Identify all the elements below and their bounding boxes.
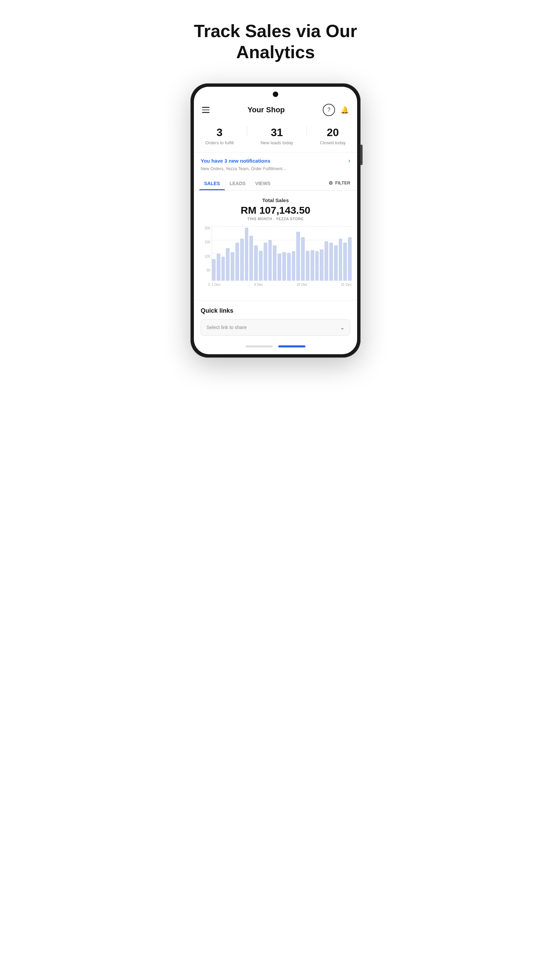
quick-links-section: Quick links Select link to share ⌄ <box>194 300 357 341</box>
header-icons: ? 🔔 <box>323 104 349 116</box>
bottom-nav <box>194 341 357 354</box>
chart-amount: RM 107,143.50 <box>199 205 352 216</box>
leads-number: 31 <box>271 126 283 139</box>
status-bar <box>194 87 357 98</box>
divider-2 <box>306 126 307 137</box>
bar-item <box>301 237 305 281</box>
chart-subtitle: THIS MONTH . YEZZA STORE <box>199 217 352 221</box>
grid-line-200 <box>212 226 352 227</box>
bar-chart <box>211 226 352 281</box>
divider <box>247 126 247 137</box>
bar-item <box>249 236 253 281</box>
y-label-50: 50 <box>199 269 210 272</box>
y-axis: 0 50 100 150 200 <box>199 226 210 286</box>
bar-item <box>278 253 281 281</box>
filter-icon: ⚙ <box>329 180 333 186</box>
help-button[interactable]: ? <box>323 104 335 116</box>
menu-button[interactable] <box>202 107 210 113</box>
y-label-200: 200 <box>199 226 210 230</box>
select-link-dropdown[interactable]: Select link to share ⌄ <box>201 319 350 336</box>
quick-links-title: Quick links <box>201 307 350 314</box>
phone-frame: Your Shop ? 🔔 3 Orders to fulfill 31 New… <box>191 83 360 358</box>
bar-item <box>324 241 328 281</box>
nav-pill-left <box>246 345 273 347</box>
bar-item <box>334 245 338 281</box>
tab-views[interactable]: VIEWS <box>250 177 275 190</box>
orders-number: 3 <box>216 126 222 139</box>
bar-item <box>306 251 310 281</box>
phone-side-button <box>360 145 362 165</box>
tab-sales[interactable]: SALES <box>199 177 225 190</box>
bar-item <box>264 243 267 281</box>
bar-item <box>221 256 225 280</box>
bar-item <box>212 259 216 281</box>
x-axis: 1 Dec 8 Dec 16 Dec 31 Dec <box>211 281 352 286</box>
bar-item <box>240 239 244 281</box>
stat-closed: 20 Closed today <box>320 126 346 145</box>
chart-title: Total Sales <box>199 197 352 203</box>
notification-text: You have 3 new notifications <box>201 158 270 164</box>
bar-item <box>287 253 291 281</box>
closed-label: Closed today <box>320 140 346 145</box>
bar-item <box>320 250 324 281</box>
bar-item <box>245 228 249 281</box>
notification-button[interactable]: 🔔 <box>340 106 349 114</box>
bar-item <box>268 240 272 281</box>
y-label-150: 150 <box>199 240 210 244</box>
bar-chart-wrapper: 0 50 100 150 200 1 Dec <box>199 226 352 297</box>
bar-item <box>273 245 276 281</box>
x-label-31dec: 31 Dec <box>341 283 352 286</box>
filter-label: FILTER <box>335 180 350 185</box>
bar-item <box>259 251 263 281</box>
bar-item <box>343 243 347 281</box>
notification-chevron-icon: › <box>348 157 350 164</box>
bar-item <box>235 243 239 281</box>
bar-item <box>282 252 286 281</box>
bar-item <box>311 250 314 281</box>
bar-item <box>226 248 230 281</box>
closed-number: 20 <box>327 126 339 139</box>
stat-leads: 31 New leads today <box>260 126 293 145</box>
select-placeholder: Select link to share <box>206 325 246 330</box>
tab-leads[interactable]: LEADS <box>225 177 250 190</box>
y-label-0: 0 <box>199 283 210 286</box>
nav-pill-right <box>278 345 305 347</box>
y-label-100: 100 <box>199 255 210 258</box>
bar-item <box>217 253 221 281</box>
leads-label: New leads today <box>260 140 293 145</box>
bar-item <box>348 237 352 281</box>
x-label-16dec: 16 Dec <box>297 283 308 286</box>
help-icon: ? <box>327 107 330 113</box>
bar-item <box>254 245 258 281</box>
bar-item <box>296 232 300 281</box>
camera-dot <box>273 92 278 97</box>
phone-screen: Your Shop ? 🔔 3 Orders to fulfill 31 New… <box>194 87 357 354</box>
notification-sub-text: New Orders, Yezza Team, Order Fulfillmen… <box>194 166 357 176</box>
chart-section: Total Sales RM 107,143.50 THIS MONTH . Y… <box>194 191 357 300</box>
bar-item <box>339 239 343 281</box>
page-title: Track Sales via Our Analytics <box>156 21 395 63</box>
x-label-1dec: 1 Dec <box>211 283 221 286</box>
chevron-down-icon: ⌄ <box>340 324 345 331</box>
app-header: Your Shop ? 🔔 <box>194 98 357 123</box>
shop-title: Your Shop <box>248 105 285 115</box>
stats-row: 3 Orders to fulfill 31 New leads today 2… <box>194 123 357 153</box>
filter-button[interactable]: ⚙ FILTER <box>327 178 352 190</box>
bar-item <box>315 251 319 280</box>
orders-label: Orders to fulfill <box>205 140 233 145</box>
bar-item <box>292 251 295 280</box>
stat-orders: 3 Orders to fulfill <box>205 126 233 145</box>
bar-item <box>329 243 333 281</box>
x-label-8dec: 8 Dec <box>254 283 263 286</box>
tabs-row: SALES LEADS VIEWS ⚙ FILTER <box>194 176 357 191</box>
bar-item <box>230 252 234 281</box>
notification-bar[interactable]: You have 3 new notifications › <box>194 153 357 166</box>
